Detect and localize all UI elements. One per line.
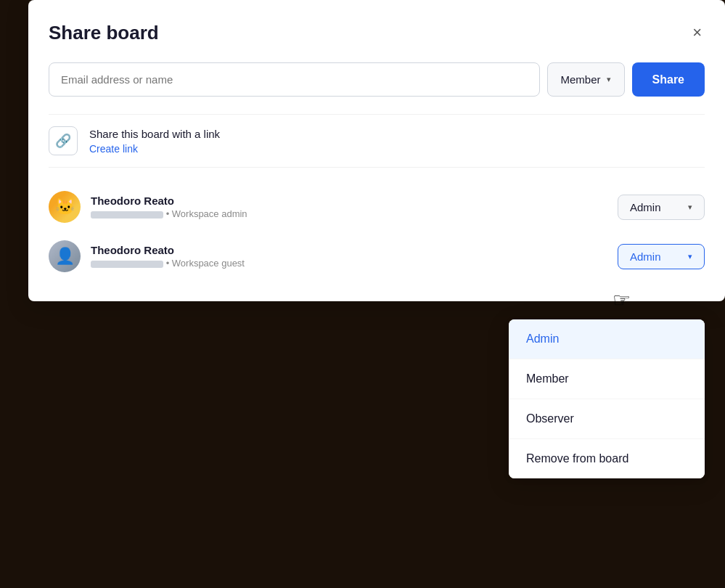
modal-header: Share board × [49, 20, 705, 45]
share-button[interactable]: Share [632, 62, 705, 97]
link-section: 🔗 Share this board with a link Create li… [49, 114, 705, 168]
member-meta-2: • Workspace guest [91, 258, 607, 269]
chevron-down-icon: ▾ [688, 203, 692, 212]
member-row-2: 👤 Theodoro Reato • Workspace guest Admin… [49, 232, 705, 281]
chain-icon: 🔗 [55, 133, 71, 149]
dropdown-item-observer[interactable]: Observer [509, 399, 705, 439]
member-role-label: • Workspace admin [166, 208, 247, 219]
member-role-button-2[interactable]: Admin ▾ [618, 244, 705, 269]
link-icon: 🔗 [49, 126, 78, 155]
close-button[interactable]: × [689, 20, 705, 45]
avatar-2: 👤 [49, 240, 81, 272]
member-name-2: Theodoro Reato [91, 244, 607, 256]
email-input[interactable] [49, 62, 540, 97]
modal-overlay: Share board × Member ▾ Share 🔗 Share thi… [0, 0, 725, 588]
modal-title: Share board [49, 22, 159, 44]
role-select-label: Member [561, 73, 601, 86]
email-redacted-2 [91, 261, 163, 268]
avatar: 🐱 [49, 191, 81, 223]
member-role-button-1[interactable]: Admin ▾ [618, 195, 705, 220]
share-board-modal: Share board × Member ▾ Share 🔗 Share thi… [28, 0, 725, 301]
dropdown-menu: Admin Member Observer Remove from board [509, 319, 705, 478]
role-dropdown: Admin Member Observer Remove from board [509, 319, 705, 478]
member-name: Theodoro Reato [91, 195, 607, 207]
avatar-emoji: 🐱 [55, 197, 75, 216]
dropdown-item-member[interactable]: Member [509, 359, 705, 399]
chevron-down-icon-2: ▾ [688, 252, 692, 261]
member-info: Theodoro Reato • Workspace admin [91, 195, 607, 219]
member-row: 🐱 Theodoro Reato • Workspace admin Admin… [49, 182, 705, 232]
member-meta: • Workspace admin [91, 208, 607, 219]
link-text-block: Share this board with a link Create link [89, 128, 220, 155]
link-title: Share this board with a link [89, 128, 220, 140]
member-role-text-1: Admin [630, 201, 661, 213]
dropdown-item-admin[interactable]: Admin [509, 319, 705, 359]
avatar-emoji-2: 👤 [55, 247, 75, 266]
member-role-label-2: • Workspace guest [166, 258, 245, 269]
role-select-button[interactable]: Member ▾ [547, 62, 625, 97]
email-redacted [91, 211, 163, 219]
create-link-button[interactable]: Create link [89, 143, 220, 155]
member-role-text-2: Admin [630, 250, 661, 263]
member-info-2: Theodoro Reato • Workspace guest [91, 244, 607, 269]
chevron-down-icon: ▾ [607, 75, 611, 84]
invite-row: Member ▾ Share [49, 62, 705, 97]
dropdown-item-remove[interactable]: Remove from board [509, 439, 705, 478]
